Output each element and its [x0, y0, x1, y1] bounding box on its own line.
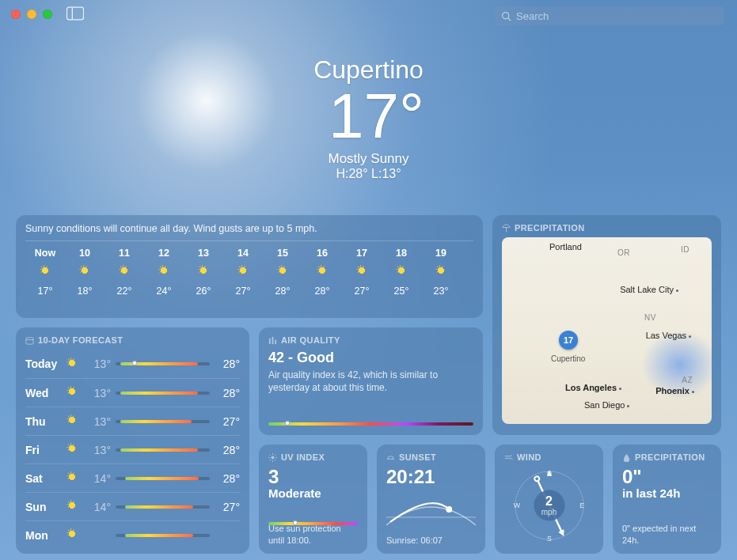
umbrella-icon	[502, 224, 511, 233]
droplet-icon	[622, 453, 631, 462]
fullscreen-window-button[interactable]	[43, 9, 52, 19]
hourly-forecast-card[interactable]: Sunny conditions will continue all day. …	[16, 215, 483, 318]
svg-line-17	[275, 454, 275, 455]
svg-line-16	[270, 460, 271, 460]
sun-icon	[263, 265, 302, 279]
day-range-bar	[116, 420, 210, 423]
calendar-icon	[25, 336, 34, 345]
toggle-sidebar-button[interactable]	[66, 6, 85, 22]
tenday-row[interactable]: Sat14°28°	[25, 464, 240, 492]
day-range-bar	[116, 362, 210, 365]
map-current-location-pin[interactable]: 17	[559, 331, 578, 350]
sunset-value: 20:21	[386, 467, 476, 486]
precipitation-map-title: PRECIPITATION	[502, 223, 712, 233]
search-input[interactable]	[516, 10, 718, 22]
uv-footer: Use sun protection until 18:00.	[268, 523, 358, 546]
day-high: 28°	[210, 472, 240, 485]
close-window-button[interactable]	[11, 9, 21, 19]
svg-line-3	[508, 17, 511, 20]
uv-value: 3	[268, 467, 358, 486]
day-range-bar	[116, 505, 210, 509]
day-high: 28°	[210, 444, 240, 456]
sunset-icon	[386, 453, 395, 462]
hour-time: 14	[223, 248, 263, 259]
svg-line-15	[275, 460, 275, 460]
current-conditions: Cupertino 17° Mostly Sunny H:28° L:13°	[0, 55, 737, 181]
day-range-bar	[116, 477, 210, 480]
hour-temp: 22°	[104, 286, 144, 297]
weather-map[interactable]: Portland OR ID NV AZ Salt Lake City Las …	[502, 237, 712, 424]
map-label-slc: Salt Lake City	[620, 285, 678, 294]
map-label-portland: Portland	[549, 242, 582, 252]
tenday-row[interactable]: Sun14°27°	[25, 492, 240, 520]
tenday-forecast-card[interactable]: 10-DAY FORECAST Today13°28°Wed13°28°Thu1…	[16, 327, 249, 554]
minimize-window-button[interactable]	[27, 9, 36, 19]
day-name: Sun	[25, 501, 66, 513]
wind-compass-center: 2 mph	[541, 495, 557, 516]
sun-icon	[268, 453, 277, 462]
svg-rect-0	[66, 7, 83, 20]
tenday-row[interactable]: Wed13°28°	[25, 378, 240, 407]
sun-icon	[421, 265, 461, 279]
hour-time: 20	[461, 248, 473, 259]
uv-index-card[interactable]: UV INDEX 3 Moderate Use sun protection u…	[259, 445, 367, 554]
wind-unit: mph	[541, 508, 557, 516]
aq-title-text: AIR QUALITY	[281, 335, 340, 345]
precipitation-map-title-text: PRECIPITATION	[515, 223, 585, 233]
day-name: Mon	[25, 529, 66, 542]
day-name: Wed	[25, 387, 66, 399]
aq-description: Air quality index is 42, which is simila…	[268, 369, 473, 394]
wind-card[interactable]: WIND N S E W	[495, 445, 603, 554]
tenday-title-text: 10-DAY FORECAST	[38, 335, 123, 345]
sun-icon	[66, 500, 87, 513]
air-quality-icon	[268, 336, 277, 345]
tenday-row[interactable]: Mon	[25, 520, 240, 549]
hour-time: 18	[382, 248, 421, 259]
wind-compass: N S E W 2 mph	[511, 467, 588, 544]
sun-icon	[184, 265, 223, 279]
precipitation-title-text: PRECIPITATION	[635, 452, 705, 462]
map-pin-label: Cupertino	[551, 354, 585, 363]
search-field-container[interactable]	[495, 6, 724, 25]
precipitation-sub: in last 24h	[622, 486, 712, 500]
uv-level: Moderate	[268, 486, 358, 500]
map-label-id: ID	[681, 245, 690, 254]
svg-point-2	[503, 12, 509, 18]
tenday-row[interactable]: Thu13°27°	[25, 407, 240, 435]
sun-icon	[66, 414, 87, 428]
precipitation-card[interactable]: PRECIPITATION 0" in last 24h 0" expected…	[613, 445, 721, 554]
detail-cards-row: UV INDEX 3 Moderate Use sun protection u…	[259, 445, 721, 554]
uv-title: UV INDEX	[268, 452, 358, 462]
map-label-la: Los Angeles	[565, 383, 621, 392]
sunset-title-text: SUNSET	[399, 452, 436, 462]
sunset-card[interactable]: SUNSET 20:21 Sunrise: 06:07	[377, 445, 485, 554]
hourly-item: 1528°	[263, 248, 302, 297]
tenday-row[interactable]: Fri13°28°	[25, 435, 240, 464]
hour-temp: 28°	[302, 286, 342, 297]
hour-time: 15	[263, 248, 302, 259]
sun-icon	[25, 265, 65, 279]
hourly-item: 1427°	[223, 248, 263, 297]
uv-title-text: UV INDEX	[281, 452, 325, 462]
sun-icon	[342, 265, 382, 279]
sun-icon	[223, 265, 263, 279]
day-low: 13°	[87, 358, 116, 370]
hour-time: 11	[104, 248, 144, 259]
precipitation-title: PRECIPITATION	[622, 452, 712, 462]
day-low: 13°	[87, 444, 116, 456]
sun-icon	[104, 265, 144, 279]
svg-point-9	[271, 456, 274, 459]
day-name: Fri	[25, 444, 66, 456]
hourly-item: 1018°	[65, 248, 104, 297]
tenday-row[interactable]: Today13°28°	[25, 350, 240, 378]
map-label-lv: Las Vegas	[646, 331, 691, 340]
sunset-curve	[386, 498, 476, 530]
air-quality-card[interactable]: AIR QUALITY 42 - Good Air quality index …	[259, 327, 483, 435]
precipitation-map-card[interactable]: PRECIPITATION Portland OR ID NV AZ Salt …	[492, 215, 721, 435]
day-low: 14°	[87, 501, 116, 513]
wind-title-text: WIND	[517, 452, 541, 462]
day-high: 27°	[210, 501, 240, 513]
hourly-item: 1628°	[302, 248, 342, 297]
sun-icon	[66, 443, 87, 456]
hour-time: 16	[302, 248, 342, 259]
